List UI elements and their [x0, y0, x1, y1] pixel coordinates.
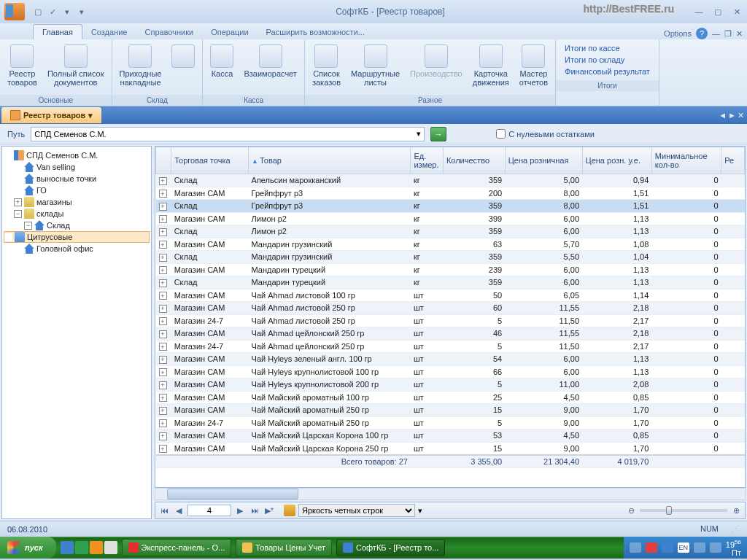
tray-lang-icon[interactable]: EN: [678, 542, 689, 553]
taskbar-item[interactable]: Экспресс-панель - O...: [122, 539, 232, 556]
column-header[interactable]: [156, 147, 171, 174]
plus-icon[interactable]: +: [159, 432, 167, 440]
plus-icon[interactable]: +: [159, 279, 167, 287]
tree-node[interactable]: −Склад: [4, 219, 150, 231]
table-row[interactable]: +Магазин САМГрейпфрут р3кг2008,001,510: [156, 187, 745, 200]
tree-toggle-icon[interactable]: +: [14, 198, 22, 206]
qat-dropdown-icon[interactable]: ▾: [76, 6, 88, 18]
ql-icon-4[interactable]: [104, 541, 117, 554]
column-header[interactable]: Цена розничная: [505, 147, 582, 174]
plus-icon[interactable]: +: [159, 330, 167, 338]
plus-icon[interactable]: +: [159, 190, 167, 198]
tree-toggle-icon[interactable]: −: [14, 210, 22, 218]
column-header[interactable]: Количество: [443, 147, 505, 174]
table-row[interactable]: +Магазин САМЧай Майский Царская Корона 2…: [156, 442, 745, 455]
column-header[interactable]: Минимальное кол-во: [651, 147, 721, 174]
maximize-icon[interactable]: ▢: [712, 6, 724, 18]
ribbon-button[interactable]: Маршрутные листы: [347, 42, 404, 89]
taskbar-item[interactable]: СофтКБ - [Реестр то...: [336, 539, 445, 556]
ribbon-button[interactable]: Полный список документов: [43, 42, 109, 89]
table-row[interactable]: +Магазин САМЧай Майский Царская Корона 1…: [156, 429, 745, 443]
row-expand-cell[interactable]: +: [156, 365, 171, 378]
tree-node[interactable]: Головной офис: [4, 243, 150, 254]
row-expand-cell[interactable]: +: [156, 314, 171, 327]
start-button[interactable]: пуск: [0, 537, 56, 559]
table-row[interactable]: +Магазин САМЧай Майский ароматный 100 гр…: [156, 391, 745, 404]
column-header[interactable]: Торговая точка: [171, 147, 249, 174]
path-input[interactable]: СПД Семенов С.М. ▾: [31, 127, 425, 141]
tray-icon-5[interactable]: [710, 542, 721, 553]
plus-icon[interactable]: +: [159, 394, 167, 402]
row-expand-cell[interactable]: +: [156, 276, 171, 289]
plus-icon[interactable]: +: [159, 215, 167, 223]
ql-icon-3[interactable]: [90, 541, 103, 554]
ribbon-tab-refs[interactable]: Справочники: [136, 25, 203, 39]
mdi-minimize-icon[interactable]: —: [712, 29, 720, 38]
ribbon-link[interactable]: Финансовый результат: [565, 67, 650, 76]
row-expand-cell[interactable]: +: [156, 251, 171, 264]
ql-icon-1[interactable]: [61, 541, 74, 554]
ribbon-link[interactable]: Итоги по складу: [565, 55, 650, 64]
minimize-icon[interactable]: —: [693, 6, 705, 18]
row-expand-cell[interactable]: +: [156, 442, 171, 455]
hscrollbar[interactable]: [155, 488, 746, 500]
options-link[interactable]: Options: [664, 29, 692, 38]
nav-first-icon[interactable]: ⏮: [158, 505, 170, 516]
tree-node[interactable]: СПД Семенов С.М.: [4, 149, 150, 161]
path-dropdown-icon[interactable]: ▾: [417, 129, 421, 139]
tree-node[interactable]: Цитрусовые: [4, 231, 150, 243]
ribbon-button[interactable]: Карточка движения: [468, 42, 514, 89]
doc-tab[interactable]: Реестр товаров ▾: [1, 107, 101, 123]
ql-icon-2[interactable]: [75, 541, 88, 554]
plus-icon[interactable]: +: [159, 203, 167, 211]
row-expand-cell[interactable]: +: [156, 327, 171, 341]
zoom-thumb[interactable]: [666, 506, 672, 515]
plus-icon[interactable]: +: [159, 266, 167, 274]
table-row[interactable]: +СкладЛимон р2кг3596,001,130: [156, 225, 745, 238]
table-row[interactable]: +Магазин САМЧай Hyleys зеленый англ. 100…: [156, 353, 745, 366]
plus-icon[interactable]: +: [159, 368, 167, 376]
ribbon-button[interactable]: Мастер отчетов: [515, 42, 552, 89]
table-row[interactable]: +Магазин САМЧай Ahmad цейлонский 250 грш…: [156, 327, 745, 341]
row-expand-cell[interactable]: +: [156, 429, 171, 443]
plus-icon[interactable]: +: [159, 381, 167, 389]
plus-icon[interactable]: +: [159, 407, 167, 415]
nav-last-icon[interactable]: ⏭: [249, 505, 260, 516]
row-expand-cell[interactable]: +: [156, 289, 171, 302]
qat-new-icon[interactable]: ▢: [32, 6, 44, 18]
row-expand-cell[interactable]: +: [156, 404, 171, 417]
table-row[interactable]: +Магазин САМЧай Ahmad листовой 250 гршт6…: [156, 302, 745, 315]
ribbon-button[interactable]: Реестр товаров: [3, 42, 42, 89]
doc-tab-dropdown-icon[interactable]: ▾: [88, 111, 93, 120]
tree-node[interactable]: +магазины: [4, 196, 150, 208]
zero-stock-checkbox[interactable]: С нулевыми остатками: [496, 129, 595, 139]
table-row[interactable]: +СкладМандарин турецкийкг3596,001,130: [156, 276, 745, 289]
nav-page-input[interactable]: [187, 505, 231, 516]
row-expand-cell[interactable]: +: [156, 212, 171, 225]
table-row[interactable]: +СкладГрейпфрут р3кг3598,001,510: [156, 200, 745, 213]
plus-icon[interactable]: +: [159, 305, 167, 313]
plus-icon[interactable]: +: [159, 292, 167, 300]
row-expand-cell[interactable]: +: [156, 225, 171, 238]
close-icon[interactable]: ✕: [731, 6, 743, 18]
taskbar-item[interactable]: Товары Цены Учет: [236, 539, 332, 556]
ribbon-button[interactable]: Касса: [206, 42, 238, 80]
ribbon-button[interactable]: Приходные накладные: [115, 42, 166, 89]
zoom-in-icon[interactable]: ⊕: [730, 505, 742, 516]
tree-node[interactable]: −склады: [4, 208, 150, 219]
plus-icon[interactable]: +: [159, 317, 167, 325]
ribbon-link[interactable]: Итоги по кассе: [565, 44, 650, 52]
table-row[interactable]: +Магазин САММандарин турецкийкг2396,001,…: [156, 263, 745, 276]
ribbon-tab-extend[interactable]: Расширить возможности...: [258, 25, 374, 39]
row-expand-cell[interactable]: +: [156, 378, 171, 392]
plus-icon[interactable]: +: [159, 254, 167, 262]
brightness-select[interactable]: Яркость четных строк: [298, 504, 415, 517]
table-row[interactable]: +Магазин 24-7Чай Ahmad листовой 250 гршт…: [156, 314, 745, 327]
nav-prev-icon[interactable]: ◄: [719, 111, 727, 120]
tree[interactable]: СПД Семенов С.М.Van sellingвыносные точк…: [1, 146, 152, 519]
ribbon-tab-create[interactable]: Создание: [82, 25, 136, 39]
column-header[interactable]: Ед. измер.: [411, 147, 443, 174]
row-expand-cell[interactable]: +: [156, 187, 171, 200]
plus-icon[interactable]: +: [159, 228, 167, 236]
table-row[interactable]: +Магазин САМЧай Hyleys крупнолистовой 20…: [156, 378, 745, 392]
